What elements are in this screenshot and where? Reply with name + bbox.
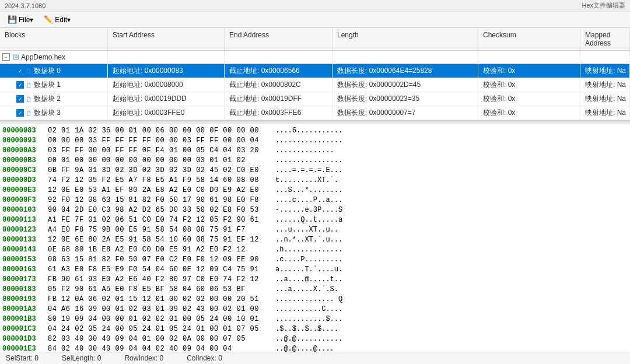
sel-start: SelStart: 0 <box>6 354 38 362</box>
block-mapped-0: 映射地址: Na <box>580 64 630 78</box>
hex-row-9[interactable]: 00000113A1 FE 7F 01 02 06 51 C0 E0 74 F2… <box>0 215 630 225</box>
hex-addr-1: 00000093 <box>2 136 48 145</box>
hex-bytes-18: 04 A6 16 09 00 01 02 03 01 09 02 43 00 0… <box>48 305 275 313</box>
block-name-cell-2: 🗋数据块 2 <box>0 92 108 106</box>
block-row-1[interactable]: 🗋数据块 1起始地址: 0x00008000截止地址: 0x0000802C数据… <box>0 78 630 92</box>
hex-bytes-15: FB 90 61 93 E0 A2 E6 40 F2 80 97 C0 E0 7… <box>48 275 275 284</box>
hex-row-22[interactable]: 000001E384 02 40 00 40 09 04 04 02 40 09… <box>0 344 630 352</box>
block-name-cell-0: 🗋数据块 0 <box>0 64 108 78</box>
block-row-2[interactable]: 🗋数据块 2起始地址: 0x00019DDD截止地址: 0x00019DFF数据… <box>0 92 630 106</box>
block-checksum-0: 校验和: 0x <box>478 64 580 78</box>
expand-icon[interactable]: - <box>2 53 10 61</box>
hex-ascii-18: ...........C.... <box>275 305 628 313</box>
block-icon-2: 🗋 <box>26 96 32 103</box>
hex-row-21[interactable]: 000001D382 03 40 00 40 09 04 01 00 02 0A… <box>0 334 630 344</box>
hex-ascii-6: ...S...*........ <box>275 186 628 194</box>
hex-content[interactable]: 0000008302 01 1A 02 36 00 01 00 06 00 00… <box>0 124 630 352</box>
block-checkbox-3[interactable] <box>16 109 24 117</box>
block-end-3: 截止地址: 0x0003FFE6 <box>225 106 332 120</box>
col-mapped: Mapped Address <box>580 28 630 50</box>
block-length-1: 数据长度: 0x0000002D=45 <box>332 78 478 92</box>
block-mapped-1: 映射地址: Na <box>580 78 630 92</box>
block-checkbox-2[interactable] <box>16 95 24 103</box>
hex-bytes-6: 12 0E E0 53 A1 EF 80 2A E8 A2 E0 C0 D0 E… <box>48 186 275 194</box>
hex-ascii-4: ....=.=.=.=.E... <box>275 166 628 174</box>
block-length-3: 数据长度: 0x00000007=7 <box>332 106 478 120</box>
hex-row-20[interactable]: 000001C304 24 02 05 24 00 05 24 01 05 24… <box>0 324 630 334</box>
hex-addr-13: 00000153 <box>2 256 48 264</box>
block-checksum-3: 校验和: 0x <box>478 106 580 120</box>
hex-bytes-10: A4 E0 F8 75 9B 00 E5 91 58 54 08 08 75 9… <box>48 226 275 234</box>
block-checkbox-0[interactable] <box>16 67 24 75</box>
col-checksum: Checksum <box>478 28 580 50</box>
hex-row-18[interactable]: 000001A304 A6 16 09 00 01 02 03 01 09 02… <box>0 304 630 314</box>
hex-addr-3: 000000B3 <box>2 156 48 164</box>
hex-ascii-2: .............. <box>275 146 628 155</box>
block-length-0: 数据长度: 0x000064E4=25828 <box>332 64 478 78</box>
block-icon-1: 🗋 <box>26 82 32 89</box>
hex-row-15[interactable]: 00000173FB 90 61 93 E0 A2 E6 40 F2 80 97… <box>0 274 630 284</box>
block-row-0[interactable]: 🗋数据块 0起始地址: 0x00000083截止地址: 0x00006566数据… <box>0 64 630 78</box>
hex-ascii-9: ......Q..t.....a <box>275 216 628 224</box>
pencil-icon: ✏️ <box>44 15 53 24</box>
hex-row-6[interactable]: 000000E312 0E E0 53 A1 EF 80 2A E8 A2 E0… <box>0 185 630 195</box>
hex-addr-15: 00000173 <box>2 275 48 284</box>
hex-bytes-17: FB 12 0A 06 02 01 15 12 01 00 02 02 00 0… <box>48 295 275 303</box>
hex-bytes-20: 04 24 02 05 24 00 05 24 01 05 24 01 00 0… <box>48 325 275 333</box>
hex-addr-7: 000000F3 <box>2 196 48 204</box>
hex-bytes-21: 82 03 40 00 40 09 04 01 00 02 0A 00 00 0… <box>48 335 275 343</box>
block-row-3[interactable]: 🗋数据块 3起始地址: 0x0003FFE0截止地址: 0x0003FFE6数据… <box>0 106 630 120</box>
hex-row-19[interactable]: 000001B380 19 09 04 00 00 01 02 02 01 00… <box>0 314 630 324</box>
hex-row-13[interactable]: 0000015308 63 15 81 82 F0 50 07 E0 C2 E0… <box>0 254 630 264</box>
hex-row-16[interactable]: 0000018305 F2 90 61 A5 E0 F8 E5 BF 58 04… <box>0 284 630 294</box>
block-name-cell-3: 🗋数据块 3 <box>0 106 108 120</box>
hex-addr-5: 000000D3 <box>2 176 48 184</box>
block-icon-3: 🗋 <box>26 110 32 117</box>
block-checkbox-1[interactable] <box>16 81 24 89</box>
hex-ascii-14: a......T.`....u. <box>275 265 628 274</box>
hex-row-12[interactable]: 000001430E 68 80 1B E8 A2 E0 C0 D0 E5 91… <box>0 244 630 254</box>
hex-addr-10: 00000123 <box>2 226 48 234</box>
block-label-1: 数据块 1 <box>34 80 61 90</box>
hex-row-2[interactable]: 000000A303 FF FF 00 00 FF FF 0F F4 01 00… <box>0 145 630 155</box>
hex-addr-18: 000001A3 <box>2 305 48 313</box>
hex-ascii-10: ...u....XT..u.. <box>275 226 628 234</box>
col-index: ColIndex: 0 <box>187 354 222 362</box>
file-length <box>332 51 478 63</box>
block-label-3: 数据块 3 <box>34 108 61 118</box>
file-row[interactable]: - ⊞ AppDemo.hex <box>0 51 630 64</box>
hex-row-4[interactable]: 000000C30B FF 9A 01 3D 02 3D 02 3D 02 3D… <box>0 165 630 175</box>
sel-length: SelLength: 0 <box>62 354 101 362</box>
hex-bytes-14: 61 A3 E0 F8 E5 E9 F0 54 04 60 0E 12 09 C… <box>48 265 275 274</box>
hex-row-0[interactable]: 0000008302 01 1A 02 36 00 01 00 06 00 00… <box>0 125 630 135</box>
file-mapped <box>580 51 630 63</box>
hex-ascii-13: .c....P......... <box>275 256 628 264</box>
hex-row-1[interactable]: 0000009300 00 00 03 FF FF FF FF 00 00 03… <box>0 135 630 145</box>
hex-row-7[interactable]: 000000F392 F0 12 08 63 15 81 82 F0 50 17… <box>0 195 630 205</box>
hex-bytes-8: 90 04 2D E0 C3 98 A2 D2 65 D0 33 50 02 E… <box>48 206 275 214</box>
hex-bytes-4: 0B FF 9A 01 3D 02 3D 02 3D 02 3D 02 45 0… <box>48 166 275 174</box>
block-end-2: 截止地址: 0x00019DFF <box>225 92 332 106</box>
hex-row-17[interactable]: 00000193FB 12 0A 06 02 01 15 12 01 00 02… <box>0 294 630 304</box>
hex-bytes-19: 80 19 09 04 00 00 01 02 02 01 00 05 24 0… <box>48 315 275 323</box>
table-header: Blocks Start Address End Address Length … <box>0 28 630 51</box>
hex-addr-17: 00000193 <box>2 295 48 303</box>
block-end-1: 截止地址: 0x0000802C <box>225 78 332 92</box>
status-bar: SelStart: 0 SelLength: 0 RowIndex: 0 Col… <box>0 352 630 364</box>
hex-ascii-12: .h.............. <box>275 246 628 254</box>
hex-row-5[interactable]: 000000D374 F2 12 05 F2 E5 A7 F8 E5 A1 F9… <box>0 175 630 185</box>
file-menu[interactable]: 💾 File▾ <box>4 13 37 26</box>
hex-row-14[interactable]: 0000016361 A3 E0 F8 E5 E9 F0 54 04 60 0E… <box>0 264 630 274</box>
hex-row-11[interactable]: 0000013312 0E 6E 80 2A E5 91 58 54 10 60… <box>0 235 630 244</box>
block-start-3: 起始地址: 0x0003FFE0 <box>108 106 225 120</box>
file-checksum <box>478 51 580 63</box>
edit-menu[interactable]: ✏️ Edit▾ <box>40 13 75 26</box>
hex-row-10[interactable]: 00000123A4 E0 F8 75 9B 00 E5 91 58 54 08… <box>0 225 630 235</box>
hex-ascii-7: ....c....P..a... <box>275 196 628 204</box>
hex-ascii-16: ...a.....X.`.S. <box>275 285 628 293</box>
hex-row-8[interactable]: 0000010390 04 2D E0 C3 98 A2 D2 65 D0 33… <box>0 205 630 215</box>
hex-ascii-22: ..@.@....@.... <box>275 345 628 352</box>
hex-addr-2: 000000A3 <box>2 146 48 155</box>
block-length-2: 数据长度: 0x00000023=35 <box>332 92 478 106</box>
hex-row-3[interactable]: 000000B300 01 00 00 00 00 00 00 00 00 00… <box>0 155 630 165</box>
